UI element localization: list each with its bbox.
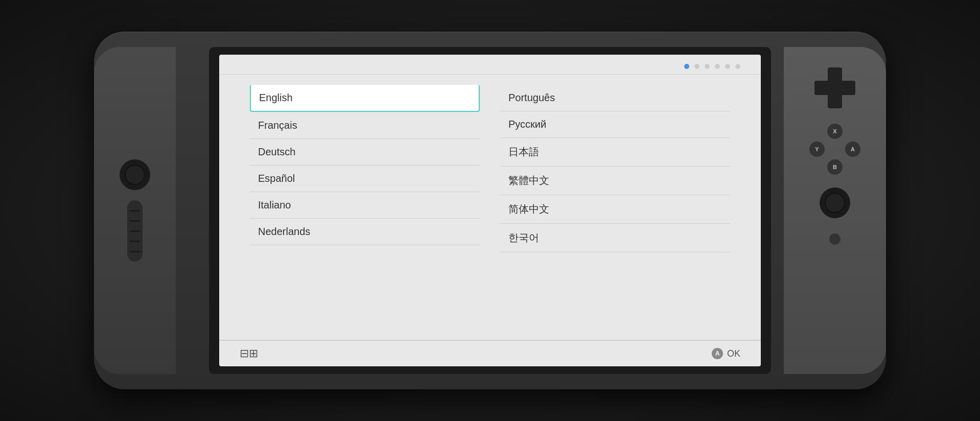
home-button[interactable]	[829, 233, 841, 245]
ok-label: OK	[727, 348, 740, 359]
language-item-japanese[interactable]: 日本語	[500, 138, 730, 167]
screen: English Français Deutsch Español Italian	[219, 55, 761, 366]
right-joycon: A B X Y	[784, 47, 886, 374]
language-item-russian[interactable]: Русский	[500, 111, 730, 138]
bottom-bar: ⊟⊞ A OK	[219, 340, 761, 366]
right-language-column: Português Русский 日本語 繁體中文 简体中文	[500, 85, 730, 335]
abxy-buttons: A B X Y	[809, 124, 860, 175]
language-item-korean[interactable]: 한국어	[500, 224, 730, 252]
dot-2	[694, 64, 699, 69]
dot-5	[725, 64, 730, 69]
dpad[interactable]	[814, 67, 855, 108]
language-item-italiano[interactable]: Italiano	[250, 192, 480, 219]
dot-6	[735, 64, 740, 69]
button-x[interactable]: X	[827, 124, 843, 139]
button-b[interactable]: B	[827, 159, 843, 175]
language-item-francais[interactable]: Français	[250, 112, 480, 139]
language-item-portugues[interactable]: Português	[500, 85, 730, 111]
dpad-vertical	[828, 67, 842, 108]
dot-3	[705, 64, 710, 69]
language-item-nederlands[interactable]: Nederlands	[250, 219, 480, 245]
language-item-espanol[interactable]: Español	[250, 166, 480, 192]
language-item-simplified-chinese[interactable]: 简体中文	[500, 195, 730, 224]
button-a[interactable]: A	[845, 142, 860, 157]
progress-dots	[219, 55, 761, 74]
left-stick[interactable]	[120, 159, 150, 190]
left-speaker	[127, 200, 143, 262]
right-stick[interactable]	[820, 188, 850, 218]
switch-device: English Français Deutsch Español Italian	[94, 32, 886, 389]
bottom-left: ⊟⊞	[240, 347, 258, 360]
language-item-deutsch[interactable]: Deutsch	[250, 139, 480, 166]
language-columns: English Français Deutsch Español Italian	[250, 85, 730, 335]
language-item-english[interactable]: English	[250, 85, 480, 112]
screen-bezel: English Français Deutsch Español Italian	[209, 47, 771, 374]
left-joycon	[94, 47, 176, 374]
language-item-traditional-chinese[interactable]: 繁體中文	[500, 167, 730, 195]
left-language-column: English Français Deutsch Español Italian	[250, 85, 480, 335]
dot-4	[715, 64, 720, 69]
dot-1	[684, 64, 689, 69]
button-y[interactable]: Y	[809, 142, 825, 157]
language-list-area: English Français Deutsch Español Italian	[219, 75, 761, 340]
ok-button-area[interactable]: A OK	[712, 348, 740, 359]
a-button-icon: A	[712, 348, 723, 359]
controller-icon: ⊟⊞	[240, 347, 258, 360]
